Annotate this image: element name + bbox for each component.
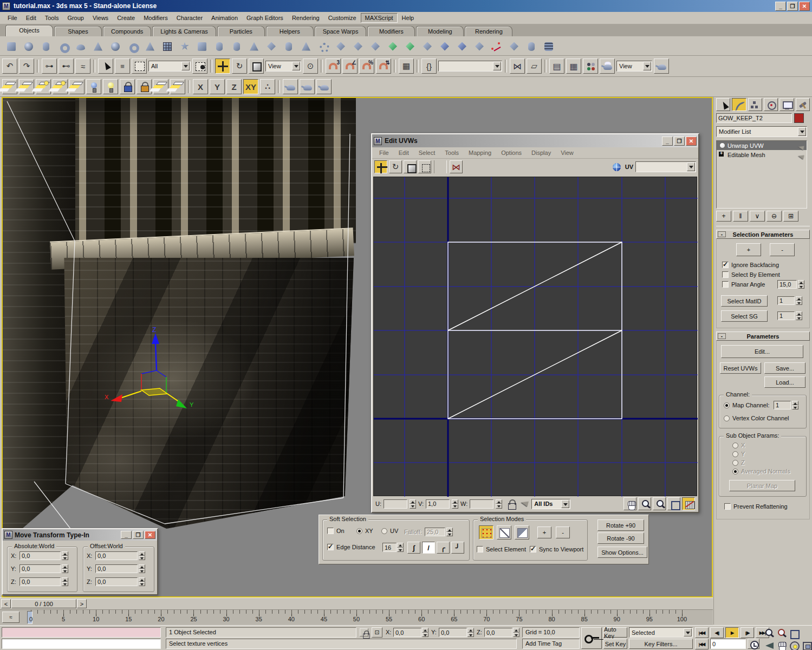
viewport-nav-icon[interactable] (762, 639, 774, 650)
primitive-icon[interactable] (38, 38, 53, 54)
primitive-icon[interactable] (3, 38, 18, 54)
menu-item[interactable]: Graph Editors (242, 13, 288, 23)
category-tab[interactable]: Compounds (103, 26, 151, 36)
stack-row-icon[interactable] (718, 151, 725, 158)
uvw-restore-button[interactable]: ❐ (674, 136, 685, 146)
w-spinner[interactable] (496, 499, 502, 509)
stack-tool-button[interactable]: ‖ (733, 211, 748, 222)
grow-selection-button[interactable]: + (736, 243, 761, 256)
command-panel-tab[interactable] (716, 98, 730, 111)
reference-coordinate-dropdown[interactable]: View (265, 61, 301, 72)
abs-z-input[interactable]: 0,0 (20, 577, 61, 586)
toolbar-icon[interactable]: ⊷ (59, 58, 74, 74)
uvw-menu-item[interactable]: File (374, 148, 394, 157)
viewport-nav-icon[interactable] (800, 639, 811, 650)
reset-uvws-button[interactable]: Reset UVWs (720, 362, 761, 374)
toolbar-icon[interactable] (210, 60, 212, 73)
axis-constraint-button[interactable]: Z (226, 79, 242, 94)
rollout-parameters[interactable]: - Parameters (716, 332, 810, 341)
stack-tool-button[interactable]: ⊖ (766, 211, 782, 222)
dropdown-arrow-icon[interactable] (798, 127, 806, 136)
edge-distance-spinner[interactable] (397, 543, 404, 552)
edge-distance-checkbox[interactable]: Edge Distance (327, 544, 375, 550)
menu-item[interactable]: Character (172, 13, 207, 23)
playback-button[interactable]: |◀◀ (695, 627, 709, 638)
select-matid-button[interactable]: Select MatID (721, 295, 768, 307)
dropdown-arrow-icon[interactable] (687, 162, 695, 171)
select-by-element-checkbox[interactable]: Select By Element (722, 271, 780, 278)
off-z-spinner[interactable] (139, 577, 145, 586)
primitive-icon[interactable] (506, 38, 521, 54)
menu-item[interactable]: Tools (41, 13, 63, 23)
primitive-icon[interactable] (437, 38, 452, 54)
primitive-icon[interactable] (281, 38, 296, 54)
key-filter-dropdown[interactable]: Selected (629, 627, 693, 638)
axis-constraint-button[interactable]: X (193, 79, 208, 94)
category-tab[interactable]: Particles (217, 26, 265, 36)
toolbar-icon[interactable] (98, 58, 113, 74)
uvw-nav-icon[interactable] (682, 497, 695, 510)
viewport-nav-icon[interactable] (762, 627, 774, 638)
playback-button[interactable]: ||▶ (740, 627, 754, 638)
rotate-minus-90-button[interactable]: Rotate -90 (597, 532, 644, 544)
primitive-icon[interactable] (350, 38, 365, 54)
toolbar-icon[interactable]: ⊶ (42, 58, 57, 74)
render-shortcut-icon[interactable] (300, 79, 315, 94)
command-panel-tab[interactable] (764, 98, 778, 111)
rollout-selection-parameters[interactable]: - Selection Parameters (716, 230, 810, 239)
off-y-input[interactable]: 0,0 (95, 564, 138, 573)
toolbar-icon[interactable]: {} (421, 58, 437, 74)
primitive-icon[interactable] (21, 38, 36, 54)
map-channel-spinner[interactable] (792, 401, 798, 410)
primitive-icon[interactable] (107, 38, 122, 54)
typein-titlebar[interactable]: M Move Transform Type-In _ ❐ ✕ (3, 529, 157, 541)
status-y-input[interactable]: 0,0 (439, 628, 467, 637)
toolbar-icon[interactable]: ↶ (2, 58, 17, 74)
primitive-icon[interactable] (419, 38, 434, 54)
uvw-tool-icon[interactable] (404, 160, 417, 173)
primitive-icon[interactable] (229, 38, 244, 54)
uvw-menu-item[interactable]: Select (414, 148, 440, 157)
falloff-input[interactable]: 25,0 (425, 528, 445, 536)
layer-toolbar-icon[interactable] (120, 79, 135, 94)
viewport-nav-icon[interactable] (775, 639, 787, 650)
render-type-dropdown[interactable]: View (616, 61, 652, 72)
category-tab[interactable]: Modifiers (367, 26, 415, 36)
toolbar-icon[interactable]: ▦ (399, 58, 414, 74)
primitive-icon[interactable] (454, 38, 469, 54)
show-options-button[interactable]: Show Options... (597, 547, 647, 558)
key-filters-button[interactable]: Key Filters... (629, 639, 693, 649)
layer-toolbar-icon[interactable] (53, 79, 68, 94)
off-z-input[interactable]: 0,0 (95, 577, 138, 586)
layer-toolbar-icon[interactable] (36, 79, 51, 94)
status-x-spinner[interactable] (422, 628, 428, 637)
toolbar-icon[interactable] (544, 60, 547, 73)
time-prev-button[interactable]: < (1, 599, 11, 608)
modifier-stack-row[interactable]: Editable Mesh (717, 150, 807, 159)
primitive-icon[interactable] (263, 38, 278, 54)
status-z-spinner[interactable] (513, 628, 519, 637)
falloff-curve-button[interactable]: ╯ (451, 542, 464, 554)
render-shortcut-icon[interactable] (316, 79, 332, 94)
toolbar-icon[interactable] (321, 60, 323, 73)
toolbar-icon[interactable] (37, 60, 39, 73)
planar-angle-checkbox[interactable]: Planar Angle (722, 281, 765, 288)
selection-mode-button[interactable] (479, 525, 493, 540)
uvw-menu-item[interactable]: Edit (394, 148, 414, 157)
primitive-icon[interactable] (367, 38, 382, 54)
map-channel-input[interactable]: 1 (774, 401, 791, 410)
primitive-icon[interactable] (211, 38, 226, 54)
toolbar-icon[interactable]: 3 (326, 58, 341, 74)
layer-toolbar-icon[interactable] (69, 79, 85, 94)
uvw-close-button[interactable]: ✕ (686, 136, 697, 146)
v-input[interactable]: 1,0 (426, 499, 450, 509)
toolbar-icon[interactable]: ≈ (75, 58, 90, 74)
layer-toolbar-icon[interactable] (170, 79, 185, 94)
save-uvws-button[interactable]: Save... (764, 362, 805, 374)
primitive-icon[interactable] (385, 38, 400, 54)
object-color-swatch[interactable] (794, 113, 804, 123)
category-tab[interactable]: Shapes (54, 26, 102, 36)
selection-mode-button[interactable] (497, 525, 511, 540)
uvw-menu-item[interactable]: Tools (440, 148, 464, 157)
menu-item[interactable]: Help (398, 13, 419, 23)
